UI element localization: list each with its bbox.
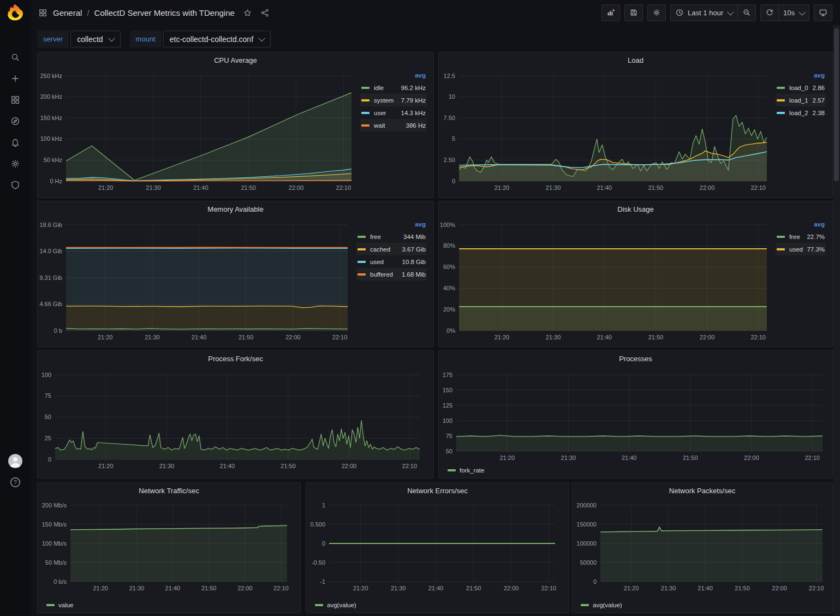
series-fill-fork_rate <box>456 435 823 451</box>
y-tick-label: 4.66 Gib <box>39 301 62 307</box>
y-tick-label: 250 kHz <box>40 73 62 79</box>
panel-title[interactable]: CPU Average <box>38 54 433 67</box>
panel-title[interactable]: Process Fork/sec <box>38 352 433 366</box>
legend-item-used[interactable]: used77.3% <box>776 243 826 255</box>
y-tick-label: -0.50 <box>312 559 325 566</box>
legend-item-buffered[interactable]: buffered1.68 Mib <box>356 268 427 280</box>
help-icon[interactable]: ? <box>9 476 21 488</box>
panel-disk-usage: Disk Usage 100%80%60%40%20%0%21:2021:302… <box>438 201 833 347</box>
configuration-gear-icon[interactable] <box>10 159 20 169</box>
legend: fork_rate <box>448 467 484 474</box>
dashboards-icon[interactable] <box>10 95 20 105</box>
legend-series-name: wait <box>374 122 385 129</box>
legend-item-system[interactable]: system7.79 kHz <box>360 94 427 106</box>
legend-item-load_2[interactable]: load_22.38 <box>776 106 826 119</box>
breadcrumb-folder[interactable]: General <box>53 8 82 17</box>
y-tick-label: 0.500 <box>310 521 325 528</box>
save-dashboard-button[interactable] <box>624 4 643 21</box>
scrollbar-track[interactable] <box>833 0 840 616</box>
legend-item-used[interactable]: used10.8 Gib <box>356 255 427 268</box>
y-tick-label: 100% <box>440 222 455 228</box>
y-tick-label: 0% <box>446 327 455 334</box>
y-tick-label: 20% <box>443 306 455 313</box>
legend-item-value[interactable]: value <box>46 602 74 608</box>
panel-title[interactable]: Disk Usage <box>439 203 832 216</box>
legend-item-user[interactable]: user14.3 kHz <box>360 106 427 119</box>
legend-item-idle[interactable]: idle96.2 kHz <box>360 81 427 94</box>
time-range-picker[interactable]: Last 1 hour <box>670 4 738 21</box>
x-tick-label: 22:10 <box>809 585 824 591</box>
x-tick-label: 22:00 <box>700 334 715 340</box>
panel-title[interactable]: Load <box>439 54 832 67</box>
add-panel-button[interactable] <box>601 4 620 21</box>
panel-memory-available: Memory Available 18.6 Gib14.0 Gib9.31 Gi… <box>37 201 434 347</box>
chevron-down-icon <box>727 8 734 15</box>
y-tick-label: 150000 <box>576 521 597 528</box>
y-tick-label: 0 <box>322 540 325 547</box>
star-icon[interactable] <box>243 8 252 17</box>
series-color-swatch <box>581 604 589 606</box>
x-tick-label: 21:50 <box>239 334 254 340</box>
y-tick-label: 0 b <box>54 327 62 334</box>
legend-avg-value: 10.8 Gib <box>402 259 426 265</box>
scrollbar-thumb[interactable] <box>834 28 839 181</box>
y-tick-label: 50 <box>45 414 51 420</box>
panel-title[interactable]: Network Packets/sec <box>572 485 832 498</box>
variable-server: server collectd <box>37 31 121 47</box>
legend-item-load_1[interactable]: load_12.57 <box>776 94 826 106</box>
alerting-bell-icon[interactable] <box>10 137 20 147</box>
panel-title[interactable]: Network Errors/sec <box>306 485 569 498</box>
panel-title[interactable]: Network Traffic/sec <box>38 485 300 498</box>
legend-item-wait[interactable]: wait386 Hz <box>360 119 427 131</box>
zoom-out-time-button[interactable] <box>738 4 756 21</box>
legend-series-name: load_1 <box>789 97 808 104</box>
legend-item-cached[interactable]: cached3.67 Gib <box>356 243 427 255</box>
variable-server-picker[interactable]: collectd <box>70 31 120 47</box>
x-tick-label: 22:00 <box>342 463 357 469</box>
y-tick-label: 100 <box>443 417 452 424</box>
x-tick-label: 21:50 <box>683 454 698 461</box>
x-tick-label: 21:30 <box>159 463 175 469</box>
x-tick-label: 22:10 <box>541 585 557 591</box>
x-tick-label: 21:20 <box>98 334 113 340</box>
x-tick-label: 21:20 <box>98 463 114 469</box>
legend-item-avg(value)[interactable]: avg(value) <box>315 602 356 608</box>
legend-item-avg(value)[interactable]: avg(value) <box>581 602 622 608</box>
x-tick-label: 21:20 <box>495 184 510 191</box>
legend-avg-value: 14.3 kHz <box>401 110 426 116</box>
explore-compass-icon[interactable] <box>10 116 20 126</box>
legend-item-free[interactable]: free22.7% <box>776 230 826 243</box>
y-tick-label: 50 kHz <box>44 157 62 163</box>
server-admin-shield-icon[interactable] <box>10 180 20 190</box>
series-fill-cached <box>66 306 348 330</box>
legend-item-free[interactable]: free344 Mib <box>356 230 427 243</box>
search-icon[interactable] <box>10 52 20 62</box>
create-plus-icon[interactable] <box>10 74 20 83</box>
panel-title[interactable]: Memory Available <box>38 203 433 216</box>
legend-avg-value: 2.86 <box>813 85 825 91</box>
dashboard-title[interactable]: CollectD Server Metrics with TDengine <box>94 8 235 17</box>
y-tick-label: 0 <box>452 178 455 184</box>
user-avatar[interactable] <box>8 454 22 468</box>
y-tick-label: 12.5 <box>444 73 455 79</box>
y-tick-label: 75 <box>45 392 51 399</box>
x-tick-label: 21:40 <box>597 334 612 340</box>
dashboard-settings-button[interactable] <box>647 4 666 21</box>
share-icon[interactable] <box>260 8 270 17</box>
x-tick-label: 22:00 <box>504 585 519 591</box>
legend-series-name: avg(value) <box>593 602 622 608</box>
variable-mount-picker[interactable]: etc-collectd-collectd.conf <box>163 31 271 47</box>
x-tick-label: 21:50 <box>466 585 481 591</box>
refresh-button[interactable] <box>760 4 779 21</box>
time-range-label: Last 1 hour <box>688 9 723 17</box>
refresh-interval-label: 10s <box>783 9 795 17</box>
series-color-swatch <box>777 248 785 250</box>
legend-item-load_0[interactable]: load_02.86 <box>776 81 826 94</box>
chart-canvas: 100%80%60%40%20%0%21:2021:3021:4021:5022… <box>439 201 832 346</box>
legend-item-fork_rate[interactable]: fork_rate <box>448 467 484 474</box>
panel-title[interactable]: Processes <box>439 352 832 366</box>
refresh-interval-picker[interactable]: 10s <box>779 4 809 21</box>
kiosk-mode-button[interactable] <box>814 4 832 21</box>
grafana-logo[interactable] <box>6 3 25 22</box>
series-color-swatch <box>358 261 366 263</box>
